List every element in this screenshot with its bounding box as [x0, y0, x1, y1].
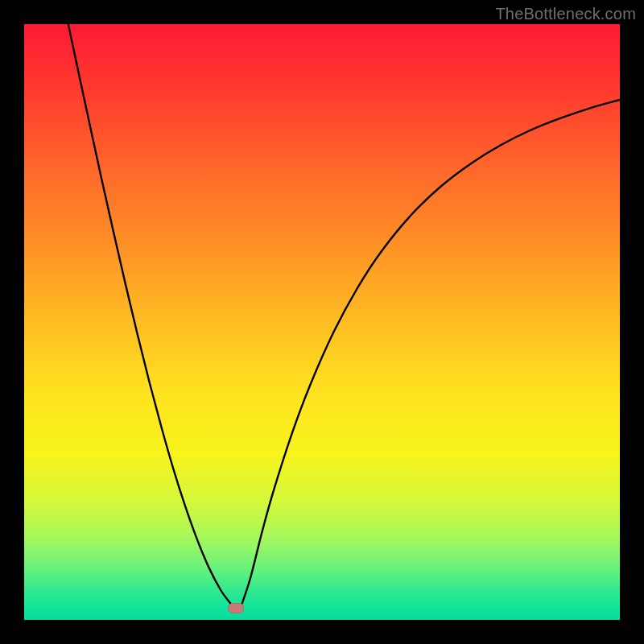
watermark-text: TheBottleneck.com [495, 5, 636, 23]
plot-area [24, 24, 620, 620]
curve-left-branch [68, 24, 230, 603]
minimum-marker [228, 603, 244, 613]
curve-layer [24, 24, 620, 620]
curve-right-branch [242, 100, 620, 603]
chart-stage: TheBottleneck.com [0, 0, 644, 644]
